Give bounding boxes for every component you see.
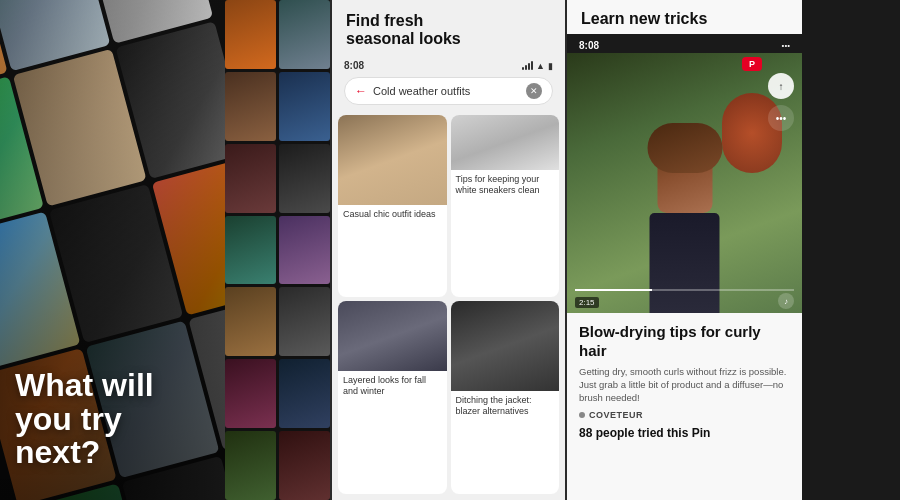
mosaic2-cell	[279, 0, 330, 69]
mosaic2-cell	[279, 431, 330, 500]
mosaic2-cell	[225, 0, 276, 69]
mosaic2-cell	[279, 216, 330, 285]
phone-mockup: 8:08 •••	[567, 34, 802, 500]
pin-detail-title: Blow-drying tips for curly hair	[579, 323, 790, 361]
mosaic2-cell	[225, 431, 276, 500]
video-status-time: 8:08	[579, 40, 599, 51]
video-time-label: 2:15	[575, 291, 599, 309]
pin-grid: Casual chic outfit ideas Tips for keepin…	[332, 115, 565, 500]
video-panel: Learn new tricks 8:08 •••	[567, 0, 802, 500]
sound-icon[interactable]: ♪	[778, 293, 794, 309]
share-icon-btn[interactable]: ↑	[768, 73, 794, 99]
mosaic2-grid	[225, 0, 330, 500]
pinterest-save-btn[interactable]: P	[742, 57, 762, 71]
hair-top	[647, 123, 722, 173]
search-panel: Find fresh seasonal looks 8:08 ▲ ▮ ← Col…	[332, 0, 565, 500]
pin-card[interactable]: Casual chic outfit ideas	[338, 115, 447, 297]
hero-panel: What will you try next?	[0, 0, 225, 500]
status-bar: 8:08 ▲ ▮	[344, 60, 553, 71]
pin-label: Tips for keeping your white sneakers cle…	[451, 170, 560, 200]
person-silhouette	[642, 133, 727, 313]
hair-shape	[657, 133, 712, 213]
body-shape	[650, 213, 720, 313]
mosaic2-cell	[225, 359, 276, 428]
video-status-icons: •••	[782, 41, 790, 50]
pin-image	[451, 301, 560, 391]
panel4-title: Learn new tricks	[581, 10, 788, 28]
video-status-bar: 8:08 •••	[567, 34, 802, 53]
search-input-value[interactable]: Cold weather outfits	[373, 85, 520, 97]
battery-icon: ▮	[548, 61, 553, 71]
more-options-btn[interactable]: •••	[768, 105, 794, 131]
pin-label: Ditching the jacket: blazer alternatives	[451, 391, 560, 421]
search-icon: ←	[355, 84, 367, 98]
pin-detail-desc: Getting dry, smooth curls without frizz …	[579, 365, 790, 405]
video-toolbar: ↑ •••	[768, 73, 794, 131]
panel4-header-bg: Learn new tricks	[567, 0, 802, 34]
pin-card[interactable]: Ditching the jacket: blazer alternatives	[451, 301, 560, 494]
mosaic2-cell	[225, 216, 276, 285]
pin-image	[451, 115, 560, 170]
hero-tagline: What will you try next?	[15, 369, 154, 470]
more-icon: •••	[782, 41, 790, 50]
tried-count: 88 people tried this Pin	[579, 426, 790, 440]
mosaic2-cell	[225, 144, 276, 213]
wifi-icon: ▲	[536, 61, 545, 71]
signal-icon	[522, 61, 533, 70]
mosaic2-cell	[225, 287, 276, 356]
video-image: 2:15 ♪ ↑ ••• P	[567, 53, 802, 313]
panel3-title: Find fresh seasonal looks	[332, 0, 565, 52]
pin-label: Casual chic outfit ideas	[338, 205, 447, 224]
source-name: COVETEUR	[589, 410, 643, 420]
search-clear-button[interactable]: ✕	[526, 83, 542, 99]
mosaic2-cell	[279, 144, 330, 213]
mosaic2-cell	[279, 72, 330, 141]
video-progress-track[interactable]	[575, 289, 794, 291]
source-line: COVETEUR	[579, 410, 790, 420]
status-time: 8:08	[344, 60, 364, 71]
mosaic2-cell	[225, 72, 276, 141]
pin-card[interactable]: Tips for keeping your white sneakers cle…	[451, 115, 560, 297]
search-bar[interactable]: ← Cold weather outfits ✕	[344, 77, 553, 105]
mosaic2-cell	[279, 359, 330, 428]
pin-detail-content: Blow-drying tips for curly hair Getting …	[567, 313, 802, 500]
pin-label: Layered looks for fall and winter	[338, 371, 447, 401]
source-dot	[579, 412, 585, 418]
pin-card[interactable]: Layered looks for fall and winter	[338, 301, 447, 494]
mosaic2-cell	[279, 287, 330, 356]
mosaic2-panel	[225, 0, 330, 500]
app-header: 8:08 ▲ ▮ ← Cold weather outfits ✕	[332, 52, 565, 115]
pin-image	[338, 115, 447, 205]
pin-image	[338, 301, 447, 371]
status-icons: ▲ ▮	[522, 61, 553, 71]
